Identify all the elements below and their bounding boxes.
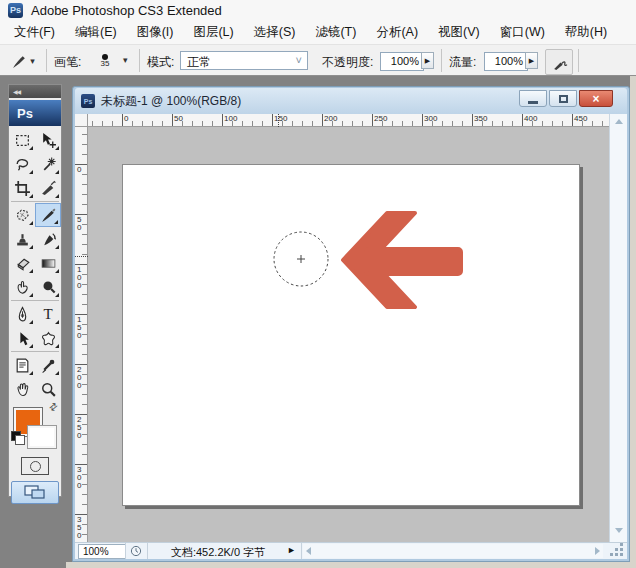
crop-tool[interactable] [9,176,35,200]
vertical-scrollbar[interactable] [609,114,627,543]
opacity-input[interactable]: 100% [380,52,424,71]
ruler-label: 350 [474,115,487,123]
brush-preset-preview[interactable]: 35 [92,49,118,73]
history-brush-tool[interactable] [35,227,61,251]
eyedropper-tool[interactable] [35,353,61,377]
opacity-spinner[interactable]: ▶ [421,52,434,69]
tools-panel: ◀◀ Ps [8,84,62,497]
default-colors-icon[interactable] [11,431,24,443]
airbrush-toggle[interactable] [545,49,573,75]
brush-icon [40,207,57,224]
photoshop-app-icon: Ps [8,3,23,18]
zoom-level-input[interactable]: 100% [78,544,126,559]
menu-layer[interactable]: 图层(L) [183,21,243,44]
ruler-label: 450 [574,115,587,123]
quick-mask-icon [30,461,41,472]
collapse-panel-icon: ◀◀ [13,88,20,95]
rectangular-marquee-tool[interactable] [9,128,35,152]
spinner-arrow-icon: ▶ [425,57,430,65]
zoom-icon [40,381,57,398]
flow-label: 流量: [449,54,476,71]
menu-analysis[interactable]: 分析(A) [366,21,428,44]
clone-stamp-tool[interactable] [9,227,35,251]
divider [578,49,579,72]
scroll-down-icon[interactable] [615,528,623,533]
document-title-bar[interactable]: Ps 未标题-1 @ 100%(RGB/8) × [75,88,627,114]
document-file-icon: Ps [81,94,95,108]
canvas[interactable] [122,164,580,506]
maximize-button[interactable] [549,90,577,107]
vertical-ruler[interactable]: 0 50 100 150 200 250 300 350 [75,127,88,543]
dropdown-arrow-icon: ▾ [30,56,35,66]
zoom-tool[interactable] [35,377,61,401]
brush-dropdown-arrow-icon[interactable]: ▾ [123,55,128,65]
brush-size-value: 35 [101,60,110,68]
close-button[interactable]: × [579,90,613,107]
healing-patch-tool[interactable] [9,203,35,227]
scroll-up-icon[interactable] [615,119,623,124]
ruler-label: 100 [224,115,237,123]
swap-colors-icon[interactable]: ⇄ [46,400,59,414]
ruler-label: 50 [174,115,183,123]
pen-tool[interactable] [9,302,35,326]
eyedropper-icon [40,357,57,374]
menu-window[interactable]: 窗口(W) [490,21,555,44]
divider [147,543,148,559]
move-tool[interactable] [35,128,61,152]
menu-select[interactable]: 选择(S) [244,21,306,44]
menu-edit[interactable]: 编辑(E) [65,21,127,44]
document-status-bar: 100% 文档:452.2K/0 字节 ► [75,542,627,559]
brush-preset-icon [11,53,28,70]
divider [46,49,47,72]
flow-input[interactable]: 100% [484,52,528,71]
ps-logo: Ps [9,100,61,126]
ruler-label: 0 [77,166,84,174]
notes-tool[interactable] [9,353,35,377]
resize-grip[interactable] [620,553,623,556]
dodge-tool[interactable] [35,275,61,299]
scroll-right-icon[interactable] [595,547,600,555]
background-color-swatch[interactable] [27,425,57,449]
tool-preset-picker[interactable]: ▾ [6,49,40,73]
quick-mask-button[interactable] [21,457,49,475]
horizontal-ruler[interactable]: 0 50 100 150 200 250 300 350 400 450 [88,114,610,127]
slice-tool[interactable] [35,176,61,200]
hand-tool[interactable] [9,377,35,401]
airbrush-icon [551,54,568,71]
marquee-icon [14,132,31,149]
opacity-label: 不透明度: [322,54,373,71]
menu-file[interactable]: 文件(F) [4,21,65,44]
menu-view[interactable]: 视图(V) [428,21,490,44]
ruler-origin-corner[interactable] [75,114,88,127]
lasso-tool[interactable] [9,152,35,176]
blend-mode-select[interactable]: 正常 ˅ [180,51,308,70]
ruler-label: 200 [324,115,337,123]
menu-help[interactable]: 帮助(H) [555,21,617,44]
menu-image[interactable]: 图像(I) [127,21,184,44]
type-tool[interactable]: T [35,302,61,326]
custom-shape-tool[interactable] [35,326,61,350]
gradient-tool[interactable] [35,251,61,275]
photoshop-window: Ps Adobe Photoshop CS3 Extended 文件(F) 编辑… [0,0,636,568]
type-icon: T [43,307,52,322]
minimize-button[interactable] [519,90,547,107]
brush-tool[interactable] [35,203,61,227]
blend-mode-value: 正常 [187,55,211,69]
horizontal-scrollbar[interactable] [303,544,603,558]
version-cue-status-icon[interactable] [130,545,142,557]
flow-spinner[interactable]: ▶ [525,52,538,69]
scroll-left-icon[interactable] [306,547,311,555]
eraser-icon [14,255,31,272]
magic-wand-tool[interactable] [35,152,61,176]
brush-cursor [274,232,328,286]
tools-panel-header[interactable]: ◀◀ [9,85,61,98]
window-frame [66,562,636,568]
ruler-label: 0 [124,115,128,123]
app-title: Adobe Photoshop CS3 Extended [31,3,222,18]
path-selection-tool[interactable] [9,326,35,350]
eraser-tool[interactable] [9,251,35,275]
screen-mode-button[interactable] [11,481,59,504]
status-flyout-button[interactable]: ► [287,545,296,555]
menu-filter[interactable]: 滤镜(T) [305,21,366,44]
smudge-tool[interactable] [9,275,35,299]
